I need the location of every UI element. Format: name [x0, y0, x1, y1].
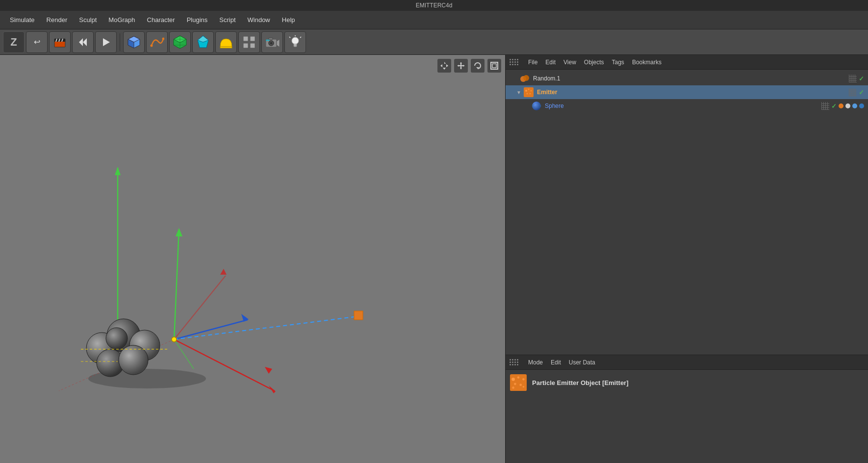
- svg-point-30: [266, 39, 268, 41]
- svg-line-36: [289, 37, 290, 38]
- props-dots-icon: [510, 359, 518, 365]
- svg-point-89: [522, 378, 525, 381]
- obj-menu-tags[interactable]: Tags: [612, 59, 624, 66]
- random-type-icon: [519, 73, 530, 84]
- menu-mograph[interactable]: MoGraph: [103, 14, 140, 26]
- deformer-button[interactable]: [192, 31, 214, 53]
- sphere-type-icon: [531, 101, 542, 111]
- undo-icon: ↩: [34, 37, 40, 47]
- obj-name-emitter: Emitter: [537, 89, 849, 96]
- obj-menu-view[interactable]: View: [563, 59, 576, 66]
- menu-plugins[interactable]: Plugins: [182, 14, 213, 26]
- obj-menu-objects[interactable]: Objects: [584, 59, 604, 66]
- svg-line-58: [174, 229, 179, 339]
- svg-rect-23: [243, 43, 248, 48]
- play-back-icon: [77, 36, 89, 48]
- object-manager-header: File Edit View Objects Tags Bookmarks: [506, 55, 868, 70]
- svg-rect-20: [220, 47, 232, 48]
- obj-row-emitter[interactable]: ▼ Emitter: [506, 85, 868, 99]
- tag-blue-dot2-sphere: [859, 103, 864, 108]
- svg-marker-74: [265, 367, 272, 374]
- svg-rect-64: [354, 311, 363, 320]
- svg-marker-5: [79, 38, 83, 46]
- toolbar-separator-1: [120, 33, 120, 51]
- light-button[interactable]: [284, 31, 306, 53]
- tag-check-sphere: ✓: [831, 103, 837, 110]
- cube-button[interactable]: [123, 31, 145, 53]
- properties-panel: Mode Edit User Data: [506, 355, 868, 463]
- obj-row-random1[interactable]: Random.1 ✓: [506, 72, 868, 85]
- menu-sculpt[interactable]: Sculpt: [74, 14, 102, 26]
- svg-rect-28: [269, 38, 273, 40]
- spline-icon: [150, 35, 164, 50]
- nurbs-icon: [173, 35, 187, 50]
- scene-viewport-svg: [0, 55, 505, 463]
- obj-row-sphere[interactable]: Sphere ✓: [506, 99, 868, 113]
- menu-help[interactable]: Help: [277, 14, 300, 26]
- spline-button[interactable]: [146, 31, 168, 53]
- menu-simulate[interactable]: Simulate: [5, 14, 40, 26]
- record-button[interactable]: [49, 31, 71, 53]
- tag-white-dot-sphere: [845, 103, 850, 108]
- expand-icon-sphere: [523, 103, 530, 109]
- z-button[interactable]: Z: [3, 31, 25, 53]
- svg-point-81: [527, 93, 528, 95]
- obj-menu-edit[interactable]: Edit: [545, 59, 556, 66]
- obj-menu-bookmarks[interactable]: Bookmarks: [632, 59, 662, 66]
- obj-menu-file[interactable]: File: [528, 59, 537, 66]
- svg-line-63: [174, 316, 358, 339]
- grid-icon: [242, 35, 256, 49]
- props-menu-userdata[interactable]: User Data: [569, 359, 595, 366]
- svg-point-82: [530, 93, 531, 95]
- svg-point-92: [512, 386, 514, 389]
- deformer-icon: [196, 35, 210, 50]
- obj-name-sphere: Sphere: [545, 103, 821, 109]
- tag-blue-dot1-sphere: [852, 103, 857, 108]
- svg-marker-62: [220, 269, 227, 275]
- title-bar: EMITTERC4d: [0, 0, 868, 11]
- svg-rect-22: [250, 36, 255, 41]
- svg-marker-7: [103, 38, 110, 46]
- svg-point-87: [511, 378, 515, 381]
- svg-marker-52: [115, 167, 121, 175]
- props-menu-edit[interactable]: Edit: [551, 359, 561, 366]
- terrain-button[interactable]: [215, 31, 237, 53]
- svg-point-93: [523, 386, 525, 388]
- object-manager: File Edit View Objects Tags Bookmarks: [506, 55, 868, 355]
- properties-header: Mode Edit User Data: [506, 355, 868, 370]
- menu-window[interactable]: Window: [243, 14, 275, 26]
- svg-rect-34: [294, 46, 297, 47]
- viewport[interactable]: [0, 55, 505, 463]
- svg-line-37: [300, 37, 301, 38]
- nurbs-button[interactable]: [169, 31, 191, 53]
- props-object-label: Particle Emitter Object [Emitter]: [532, 379, 629, 386]
- grid-button[interactable]: [238, 31, 260, 53]
- svg-point-90: [514, 383, 516, 385]
- svg-point-91: [519, 384, 522, 386]
- terrain-icon: [219, 35, 233, 50]
- right-panel: File Edit View Objects Tags Bookmarks: [505, 55, 868, 463]
- tag-grid-sphere: [821, 102, 829, 110]
- svg-line-56: [174, 320, 248, 339]
- expand-icon-emitter: ▼: [515, 89, 522, 96]
- svg-point-11: [151, 44, 153, 47]
- svg-point-27: [270, 42, 273, 44]
- svg-point-69: [119, 345, 148, 375]
- svg-point-76: [523, 75, 529, 81]
- play-button[interactable]: [95, 31, 117, 53]
- play-back-button[interactable]: [72, 31, 94, 53]
- props-menu-mode[interactable]: Mode: [528, 359, 543, 366]
- clapboard-icon: [53, 35, 67, 49]
- undo-button[interactable]: ↩: [26, 31, 48, 53]
- tag-grid-emitter: [849, 88, 857, 96]
- camera-button[interactable]: [261, 31, 283, 53]
- menu-render[interactable]: Render: [42, 14, 73, 26]
- tag-orange-dot-sphere: [839, 103, 843, 108]
- menu-script[interactable]: Script: [214, 14, 240, 26]
- tag-check-emitter: ✓: [859, 89, 864, 96]
- svg-marker-6: [83, 38, 87, 46]
- svg-marker-59: [176, 228, 182, 236]
- menu-character[interactable]: Character: [142, 14, 180, 26]
- toolbar: Z ↩: [0, 29, 868, 55]
- svg-marker-29: [277, 39, 280, 47]
